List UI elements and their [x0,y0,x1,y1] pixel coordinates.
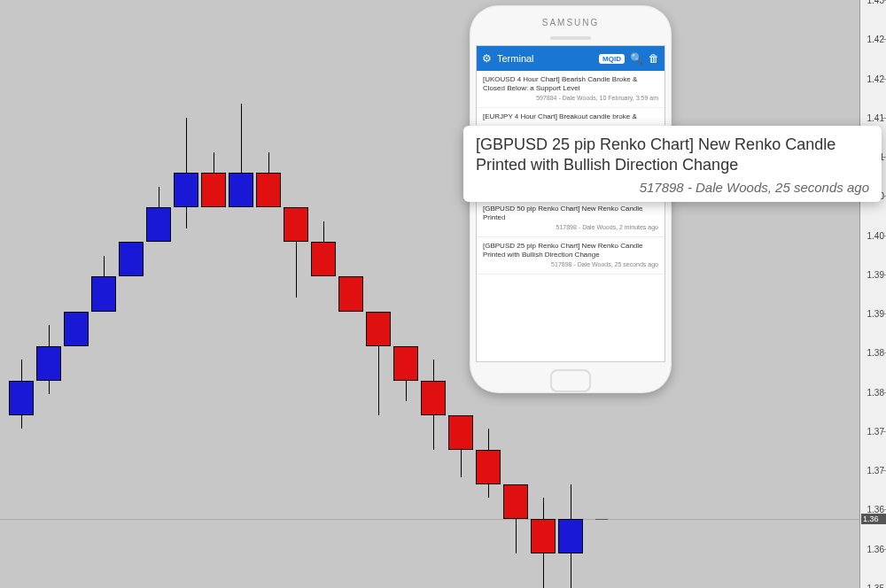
notification-callout: [GBPUSD 25 pip Renko Chart] New Renko Ca… [463,126,882,202]
phone-speaker [550,36,591,40]
y-axis: 1.431.421.421.411.411.401.401.391.391.38… [859,0,886,588]
search-icon[interactable]: 🔍 [630,52,643,65]
notification-item[interactable]: [UKOUSD 4 Hour Chart] Bearish Candle Bro… [477,71,664,108]
price-line [0,519,859,520]
price-marker: 1.36 [861,514,886,524]
app-badge: MQID [599,54,625,64]
phone-app-header: ⚙ Terminal MQID 🔍 🗑 [477,46,664,71]
callout-meta: 517898 - Dale Woods, 25 seconds ago [476,180,869,195]
notification-item[interactable]: [EURJPY 4 Hour Chart] Breakout candle br… [477,108,664,127]
callout-title: [GBPUSD 25 pip Renko Chart] New Renko Ca… [476,135,869,176]
phone-home-button[interactable] [550,369,591,392]
app-title: Terminal [497,53,594,64]
phone-screen: ⚙ Terminal MQID 🔍 🗑 [UKOUSD 4 Hour Chart… [476,45,665,362]
chart-area[interactable] [0,0,859,588]
app-icon: ⚙ [482,52,492,65]
last-price-dash [595,519,608,520]
trash-icon[interactable]: 🗑 [649,52,659,65]
notification-item[interactable]: [GBPUSD 25 pip Renko Chart] New Renko Ca… [477,237,664,275]
notification-item[interactable]: [GBPUSD 50 pip Renko Chart] New Renko Ca… [477,200,664,237]
phone-brand: SAMSUNG [475,14,666,35]
